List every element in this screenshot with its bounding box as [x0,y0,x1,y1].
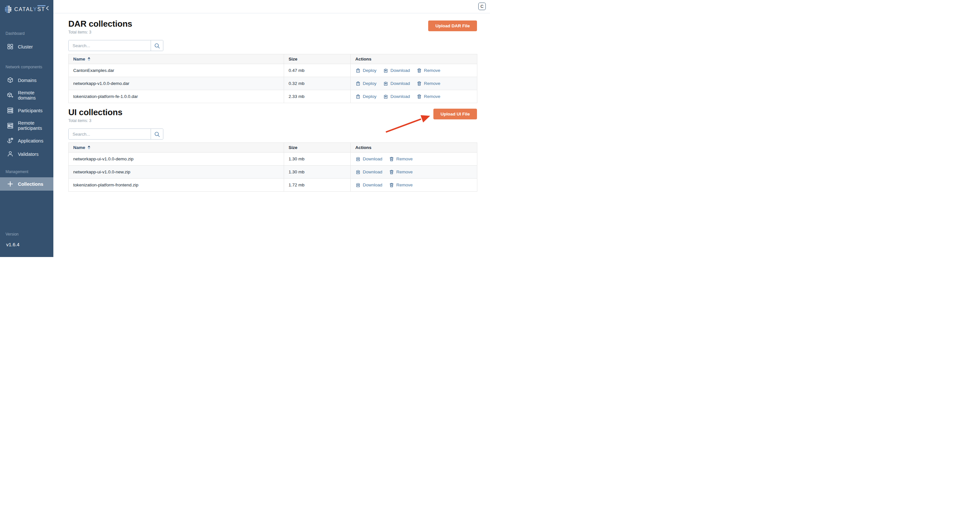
table-row: tokenization-platform-frontend.zip 1.72 … [68,178,477,192]
sidebar-item-label: Validators [18,151,38,157]
logo-text-prefix: CATAL [14,6,33,12]
version-value: v1.6.4 [0,242,53,247]
download-link[interactable]: Download [383,81,410,86]
col-name-label: Name [73,145,85,150]
sidebar-item-applications[interactable]: Applications [0,134,53,147]
sort-icon[interactable] [88,57,91,61]
ui-row-size: 1.30 mb [284,165,351,178]
sidebar-item-label: Participants [18,108,43,113]
table-row: networkapp-ui-v1.0.0-new.zip 1.30 mb Dow… [68,165,477,178]
action-label: Download [390,81,410,86]
remove-link[interactable]: Remove [389,182,412,188]
download-icon [383,94,388,99]
dar-search [68,40,163,51]
action-label: Deploy [363,68,377,73]
download-link[interactable]: Download [355,182,382,188]
sidebar-collapse-icon[interactable] [45,5,51,11]
ui-row-name: networkapp-ui-v1.0.0-new.zip [68,165,284,178]
remove-link[interactable]: Remove [417,68,440,73]
trash-icon [389,169,395,175]
logo-text: CATALYST [14,6,45,12]
download-icon [355,169,361,175]
remove-link[interactable]: Remove [417,81,440,86]
action-label: Download [390,68,410,73]
sidebar-item-cluster[interactable]: Cluster [0,40,53,53]
deploy-icon [355,68,361,73]
ui-search-input[interactable] [68,129,151,139]
sidebar-item-participants[interactable]: Participants [0,104,53,117]
action-label: Remove [424,81,440,86]
sidebar-item-domains[interactable]: Domains [0,74,53,86]
download-icon [355,156,361,162]
sidebar-item-label: Applications [18,138,43,143]
remove-link[interactable]: Remove [389,169,412,175]
action-label: Download [390,94,410,99]
download-link[interactable]: Download [383,94,410,99]
dar-table-header-row: Name Size Actions [68,54,477,64]
ui-search-button[interactable] [151,129,163,139]
servers-plus-icon [7,123,14,129]
remove-link[interactable]: Remove [417,94,440,99]
sidebar-item-remote-participants[interactable]: Remote participants [0,118,53,134]
sidebar-item-remote-domains[interactable]: Remote domains [0,87,53,103]
action-label: Download [363,169,382,174]
app-root: CATALYST Dashboard Cluster Network compo… [0,0,490,257]
deploy-link[interactable]: Deploy [355,81,377,86]
download-link[interactable]: Download [355,156,382,162]
dar-row-size: 0.32 mb [284,77,351,90]
user-avatar-button[interactable]: C [478,3,486,10]
trash-icon [417,68,422,73]
dar-col-actions: Actions [351,54,477,64]
sidebar-item-validators[interactable]: Validators [0,148,53,161]
dar-col-name[interactable]: Name [68,54,284,64]
cube-icon [7,77,14,84]
dar-row-name: tokenization-platform-fe-1.0.0.dar [68,90,284,103]
deploy-link[interactable]: Deploy [355,94,377,99]
download-icon [383,81,388,86]
search-icon [154,43,160,49]
ui-collections-section: UI collections Total items: 3 Upload UI … [68,107,477,192]
upload-dar-file-button[interactable]: Upload DAR File [428,21,477,31]
dar-search-input[interactable] [68,40,151,51]
ui-col-name[interactable]: Name [68,143,284,153]
sidebar-item-label: Collections [18,181,43,187]
action-label: Download [363,156,382,161]
remove-link[interactable]: Remove [389,156,412,162]
action-label: Remove [424,94,440,99]
topbar: C [53,0,490,13]
action-label: Remove [396,169,412,174]
table-row: networkapp-v1.0.0-demo.dar 0.32 mb Deplo… [68,77,477,90]
action-label: Deploy [363,81,377,86]
sidebar-section-dashboard: Dashboard [0,31,53,36]
ui-search [68,129,163,140]
trash-icon [389,182,395,188]
sidebar-item-collections[interactable]: Collections [0,177,53,191]
action-label: Remove [396,156,412,161]
download-link[interactable]: Download [355,169,382,175]
dar-row-size: 0.47 mb [284,64,351,77]
logo-text-suffix: ST [37,6,45,12]
ui-col-size: Size [284,143,351,153]
ui-col-actions: Actions [351,143,477,153]
upload-ui-file-button[interactable]: Upload UI File [433,109,477,119]
cluster-icon [7,43,14,50]
download-link[interactable]: Download [383,68,410,73]
deploy-link[interactable]: Deploy [355,68,377,73]
person-icon [7,151,14,158]
sidebar-item-label: Domains [18,78,37,83]
ui-table-header-row: Name Size Actions [68,143,477,153]
ui-total-items: Total items: 3 [68,118,477,123]
ui-section-title: UI collections [68,107,477,118]
sort-icon[interactable] [88,145,91,150]
dar-section-title: DAR collections [68,19,477,29]
sidebar-item-label: Remote participants [18,120,51,131]
dar-search-button[interactable] [151,40,163,51]
sidebar-item-label: Remote domains [18,90,51,100]
sidebar: CATALYST Dashboard Cluster Network compo… [0,0,53,257]
ui-table: Name Size Actions networkapp-ui-v1.0.0-d… [68,143,477,192]
table-row: CantonExamples.dar 0.47 mb Deploy Downlo… [68,64,477,77]
version-label: Version [0,232,53,237]
download-icon [355,182,361,188]
trash-icon [417,94,422,99]
col-name-label: Name [73,57,85,62]
